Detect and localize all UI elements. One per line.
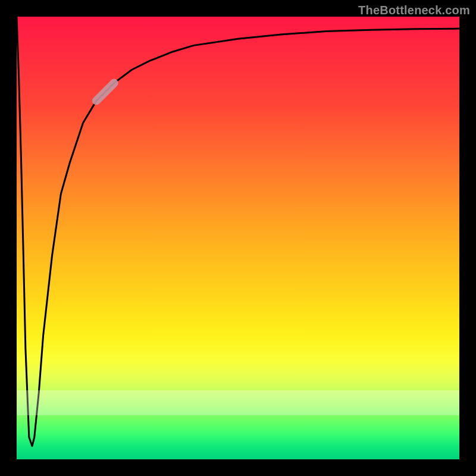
curve-highlight-segment xyxy=(96,83,114,101)
curve-layer xyxy=(17,17,459,459)
plot-area xyxy=(17,17,459,459)
bottleneck-curve xyxy=(17,17,459,446)
chart-frame: TheBottleneck.com xyxy=(0,0,476,476)
watermark-text: TheBottleneck.com xyxy=(358,4,470,17)
